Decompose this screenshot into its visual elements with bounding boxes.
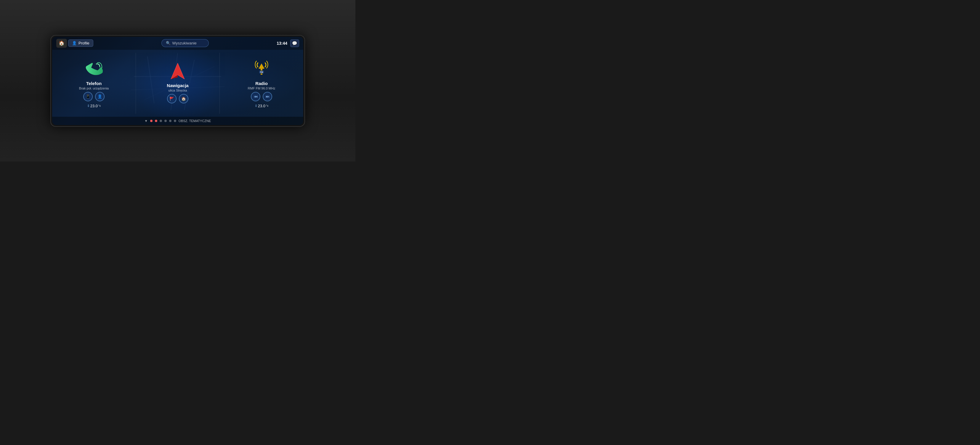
phone-btn-device[interactable]: 📱 xyxy=(83,92,93,101)
radio-buttons: ⏮ ⏭ xyxy=(251,92,272,101)
bottom-label: OBSZ. TEMATYCZNE xyxy=(178,119,211,123)
contacts-icon: 👤 xyxy=(97,94,102,99)
svg-marker-9 xyxy=(259,64,264,69)
navigation-panel: Nawigacja ulica Stręcka 🚩 🏠 xyxy=(136,50,220,117)
search-bar[interactable]: 🔍 Wyszukiwanie xyxy=(161,39,209,47)
nav-btn-home[interactable]: 🏠 xyxy=(179,94,188,104)
phone-icon xyxy=(85,61,103,78)
dot-3[interactable] xyxy=(160,120,162,122)
content-area: Telefon Brak poł. urządzenia 📱 👤 ⇕ 23.0 xyxy=(52,50,303,117)
message-button[interactable]: 💬 xyxy=(290,40,299,47)
radio-icon-area: FM xyxy=(253,59,270,80)
route-icon: 🚩 xyxy=(169,97,174,101)
temp-up-arrow: ⇕ xyxy=(87,104,90,108)
screen-inner: 🏠 👤 Profile 🔍 Wyszukiwanie 13:44 💬 xyxy=(52,37,303,125)
home-icon: 🏠 xyxy=(59,40,65,46)
dashboard-background: 🏠 👤 Profile 🔍 Wyszukiwanie 13:44 💬 xyxy=(0,0,355,161)
top-bar-right: 13:44 💬 xyxy=(277,40,299,47)
profile-label: Profile xyxy=(78,41,89,45)
dot-4[interactable] xyxy=(164,120,167,122)
radio-btn-prev[interactable]: ⏮ xyxy=(251,92,260,101)
bottom-arrow: ▼ xyxy=(145,119,148,123)
search-label: Wyszukiwanie xyxy=(172,41,197,45)
screen-bezel: 🏠 👤 Profile 🔍 Wyszukiwanie 13:44 💬 xyxy=(50,35,305,127)
radio-temp-unit: °c xyxy=(266,104,268,107)
radio-temp-arrow: ⇕ xyxy=(255,104,258,108)
phone-buttons: 📱 👤 xyxy=(83,92,105,101)
bottom-bar: ▼ OBSZ. TEMATYCZNE xyxy=(52,117,303,125)
radio-temp-value: 23.0 xyxy=(258,104,266,108)
phone-btn-contacts[interactable]: 👤 xyxy=(95,92,105,101)
dot-5[interactable] xyxy=(169,120,172,122)
phone-icon-area xyxy=(85,59,103,80)
radio-subtitle: RMF FM 96.0 MHz xyxy=(248,86,275,90)
radio-temp: ⇕ 23.0 °c xyxy=(255,104,268,108)
phone-panel: Telefon Brak poł. urządzenia 📱 👤 ⇕ 23.0 xyxy=(52,50,136,117)
next-track-icon: ⏭ xyxy=(266,94,269,99)
phone-title: Telefon xyxy=(86,81,102,86)
radio-btn-next[interactable]: ⏭ xyxy=(263,92,272,101)
phone-temp-value: 23.0 xyxy=(90,104,98,108)
message-icon: 💬 xyxy=(292,41,297,46)
profile-icon: 👤 xyxy=(72,41,77,45)
radio-icon: FM xyxy=(253,61,270,78)
dot-2[interactable] xyxy=(155,120,157,122)
svg-text:FM: FM xyxy=(260,71,263,73)
prev-track-icon: ⏮ xyxy=(254,94,258,99)
search-icon: 🔍 xyxy=(166,41,170,45)
profile-button[interactable]: 👤 Profile xyxy=(68,40,93,47)
nav-home-icon: 🏠 xyxy=(181,97,186,101)
navigation-icon xyxy=(170,62,186,81)
clock-display: 13:44 xyxy=(277,41,287,46)
radio-title: Radio xyxy=(255,81,268,86)
dot-1[interactable] xyxy=(150,120,153,122)
top-bar: 🏠 👤 Profile 🔍 Wyszukiwanie 13:44 💬 xyxy=(52,37,303,50)
dot-6[interactable] xyxy=(174,120,176,122)
nav-icon-area xyxy=(170,61,186,82)
phone-temp: ⇕ 23.0 °c xyxy=(87,104,101,108)
home-button[interactable]: 🏠 xyxy=(56,39,67,48)
phone-temp-unit: °c xyxy=(98,104,101,107)
radio-panel: FM Radio RMF FM 96.0 MHz ⏮ ⏭ ⇕ xyxy=(220,50,303,117)
device-icon: 📱 xyxy=(86,94,90,99)
nav-buttons: 🚩 🏠 xyxy=(167,94,188,104)
phone-subtitle: Brak poł. urządzenia xyxy=(79,86,109,90)
nav-btn-route[interactable]: 🚩 xyxy=(167,94,177,104)
top-bar-left: 🏠 👤 Profile xyxy=(56,39,93,48)
nav-title: Nawigacja xyxy=(167,83,188,88)
nav-subtitle: ulica Stręcka xyxy=(169,89,187,92)
